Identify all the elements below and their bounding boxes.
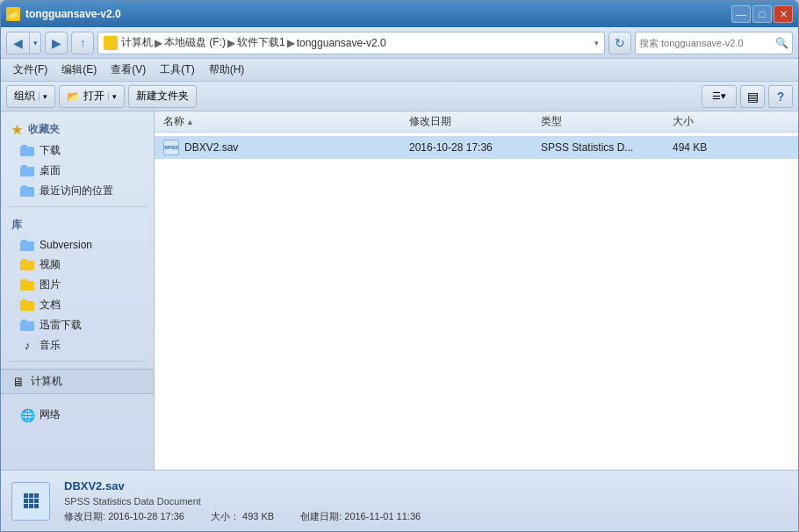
col-size-label: 大小 [673,114,694,129]
organize-dropdown-icon[interactable]: ▾ [39,92,47,101]
back-dropdown[interactable]: ▾ [29,32,41,54]
network-label: 网络 [40,407,61,422]
column-headers: 名称 ▲ 修改日期 类型 大小 [155,111,798,133]
status-dates: 修改日期: 2016-10-28 17:36 大小： 493 KB 创建日期: … [64,510,421,523]
address-path[interactable]: 计算机 ▶ 本地磁盘 (F:) ▶ 软件下载1 ▶ tongguansave-v… [97,32,605,54]
size-value: 493 KB [242,511,274,521]
modified-info: 修改日期: 2016-10-28 17:36 [64,510,184,523]
sidebar-item-computer[interactable]: 🖥 计算机 [1,369,154,394]
main-content: ★ 收藏夹 下载 桌面 最近访问的位置 [1,111,798,470]
sidebar-item-network[interactable]: 🌐 网络 [1,405,154,425]
file-area: 名称 ▲ 修改日期 类型 大小 SPSS [155,111,798,470]
search-icon[interactable]: 🔍 [771,32,792,54]
menu-file[interactable]: 文件(F) [6,61,54,79]
path-dropdown-icon[interactable]: ▾ [594,39,599,47]
library-title: 库 [1,212,154,235]
spacer [1,396,154,405]
thunder-folder-icon [20,319,34,333]
organize-label: 组织 [14,89,35,104]
back-button[interactable]: ◀ [6,32,29,54]
col-header-name[interactable]: 名称 ▲ [163,114,409,129]
sidebar-item-pictures[interactable]: 图片 [1,275,154,295]
window-icon: 📁 [6,7,20,21]
path-part-1: 计算机 [121,35,153,50]
recent-label: 最近访问的位置 [40,183,113,198]
library-label: 库 [11,219,22,231]
network-icon: 🌐 [20,408,34,422]
sidebar: ★ 收藏夹 下载 桌面 最近访问的位置 [1,111,155,470]
video-folder-icon [20,258,34,272]
sidebar-item-subversion[interactable]: Subversion [1,235,154,255]
spss-file-icon: SPSS [163,140,179,155]
toolbar-right: ☰▾ ▤ ? [702,85,793,108]
sidebar-item-recent[interactable]: 最近访问的位置 [1,181,154,201]
folder-icon [104,36,118,50]
up-button[interactable]: ↑ [71,32,94,54]
search-input[interactable] [636,38,771,48]
breadcrumb: 计算机 ▶ 本地磁盘 (F:) ▶ 软件下载1 ▶ tongguansave-v… [121,35,386,50]
desktop-label: 桌面 [40,163,61,178]
created-value: 2016-11-01 11:36 [344,511,421,521]
open-label: 打开 [83,89,104,104]
nav-buttons: ◀ ▾ [6,32,41,54]
col-date-label: 修改日期 [409,114,451,129]
size-label: 大小： [211,511,240,521]
menu-view[interactable]: 查看(V) [104,61,153,79]
minimize-button[interactable]: — [731,5,751,23]
refresh-button[interactable]: ↻ [608,32,631,54]
col-header-size[interactable]: 大小 [673,114,743,129]
status-file-icon [11,482,50,521]
sidebar-item-desktop[interactable]: 桌面 [1,161,154,181]
maximize-button[interactable]: □ [752,5,772,23]
sort-arrow-icon: ▲ [186,118,194,126]
documents-label: 文档 [40,298,61,313]
col-header-date[interactable]: 修改日期 [409,114,541,129]
status-type: SPSS Statistics Data Document [64,496,421,507]
address-bar: ◀ ▾ ▶ ↑ 计算机 ▶ 本地磁盘 (F:) ▶ 软件下载1 ▶ tonggu… [1,27,798,59]
open-button[interactable]: 📂 打开 ▾ [59,85,125,108]
favorites-label: 收藏夹 [28,122,60,137]
music-label: 音乐 [40,338,61,353]
open-dropdown-icon[interactable]: ▾ [108,92,117,101]
sidebar-item-music[interactable]: ♪ 音乐 [1,335,154,356]
new-folder-button[interactable]: 新建文件夹 [128,85,197,108]
created-info: 创建日期: 2016-11-01 11:36 [300,510,421,523]
sidebar-item-thunder[interactable]: 迅雷下载 [1,315,154,335]
modified-label: 修改日期: [64,511,105,521]
sidebar-item-video[interactable]: 视频 [1,255,154,275]
forward-button[interactable]: ▶ [45,32,68,54]
path-part-4: tongguansave-v2.0 [297,37,386,49]
pictures-label: 图片 [40,277,61,292]
file-name-cell: SPSS DBXV2.sav [163,140,409,155]
status-info: DBXV2.sav SPSS Statistics Data Document … [64,479,421,523]
music-folder-icon: ♪ [20,339,34,353]
sidebar-divider-1 [8,206,147,207]
file-list: SPSS DBXV2.sav 2016-10-28 17:36 SPSS Sta… [155,133,798,470]
view-toggle-button[interactable]: ☰▾ [702,85,737,108]
path-part-3: 软件下载1 [237,35,285,50]
title-bar: 📁 tongguansave-v2.0 — □ ✕ [1,1,798,27]
download-folder-icon [20,144,34,158]
help-button[interactable]: ? [768,85,793,108]
documents-folder-icon [20,298,34,313]
open-icon: 📂 [67,90,80,103]
preview-button[interactable]: ▤ [740,85,765,108]
desktop-folder-icon [20,164,34,178]
sidebar-divider-2 [8,361,147,362]
search-box[interactable]: 🔍 [635,32,793,54]
star-icon: ★ [11,123,23,137]
menu-tools[interactable]: 工具(T) [153,61,201,79]
favorites-title: ★ 收藏夹 [1,119,154,140]
video-label: 视频 [40,257,61,272]
menu-edit[interactable]: 编辑(E) [54,61,104,79]
pictures-folder-icon [20,278,34,292]
sidebar-item-documents[interactable]: 文档 [1,295,154,315]
menu-help[interactable]: 帮助(H) [202,61,252,79]
modified-value: 2016-10-28 17:36 [108,511,184,521]
computer-label: 计算机 [31,374,62,389]
sidebar-item-download[interactable]: 下载 [1,140,154,161]
col-header-type[interactable]: 类型 [541,114,673,129]
organize-button[interactable]: 组织 ▾ [6,85,55,108]
table-row[interactable]: SPSS DBXV2.sav 2016-10-28 17:36 SPSS Sta… [155,136,798,159]
close-button[interactable]: ✕ [774,5,793,23]
